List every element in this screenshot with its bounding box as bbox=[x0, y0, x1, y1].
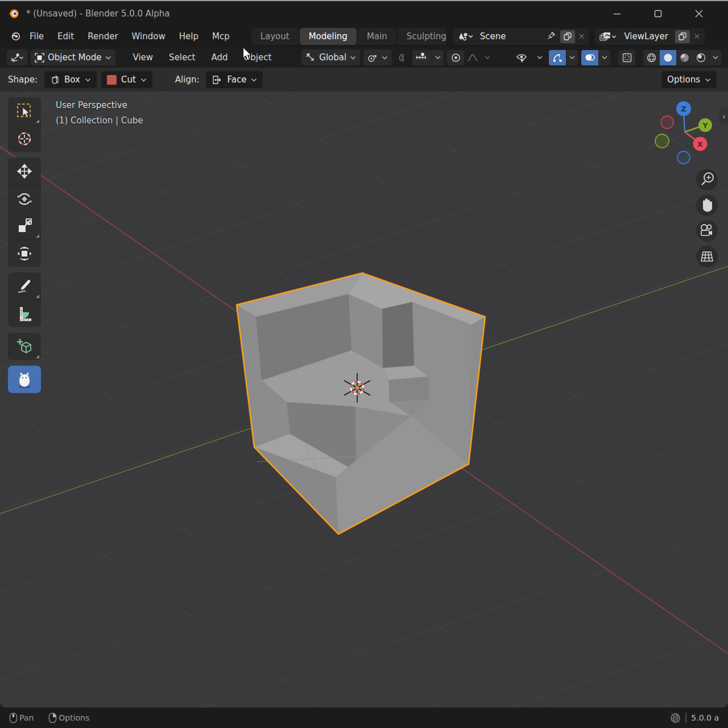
tab-layout[interactable]: Layout bbox=[251, 28, 299, 45]
cursor-tool-icon bbox=[16, 130, 33, 147]
magnet-icon bbox=[399, 53, 409, 63]
new-scene-button[interactable] bbox=[560, 30, 575, 43]
shading-dropdown[interactable] bbox=[710, 50, 721, 65]
view-name: User Perspective bbox=[56, 98, 143, 113]
maximize-button[interactable] bbox=[645, 5, 671, 22]
snap-with-button[interactable] bbox=[412, 50, 432, 65]
visibility-dropdown[interactable] bbox=[534, 50, 545, 65]
tool-options-dropdown[interactable]: Options bbox=[661, 71, 717, 88]
snap-toggle[interactable] bbox=[395, 50, 412, 65]
xray-toggle[interactable] bbox=[618, 50, 635, 65]
object-menu[interactable]: Object bbox=[237, 52, 278, 63]
shading-solid-button[interactable] bbox=[660, 50, 676, 65]
mode-dropdown[interactable]: Object Mode bbox=[31, 49, 115, 65]
proportional-icon bbox=[451, 53, 461, 63]
tool-select-box[interactable] bbox=[8, 97, 41, 125]
blender-logo-icon bbox=[8, 8, 19, 19]
pin-icon[interactable] bbox=[544, 31, 559, 42]
remove-viewlayer-button[interactable]: ✕ bbox=[691, 32, 705, 41]
mouse-right-icon bbox=[48, 712, 57, 723]
view-menu[interactable]: View bbox=[127, 52, 160, 63]
box-shape-icon bbox=[50, 75, 60, 85]
tool-add-cube[interactable] bbox=[8, 333, 41, 360]
cut-mode-dropdown[interactable]: Cut bbox=[101, 71, 152, 88]
active-object-path: (1) Collection | Cube bbox=[56, 113, 143, 129]
unlink-scene-button[interactable]: ✕ bbox=[576, 32, 590, 41]
falloff-dropdown[interactable] bbox=[482, 50, 493, 65]
scene-name[interactable]: Scene bbox=[475, 31, 544, 42]
perspective-toggle-button[interactable] bbox=[696, 246, 718, 267]
gizmo-y-neg-axis[interactable] bbox=[655, 134, 669, 148]
gizmo-z-neg-axis[interactable] bbox=[677, 151, 690, 164]
tab-main[interactable]: Main bbox=[358, 28, 396, 45]
proportional-editing-toggle[interactable] bbox=[447, 50, 464, 65]
tool-cursor[interactable] bbox=[8, 125, 41, 152]
minimize-button[interactable] bbox=[604, 5, 630, 22]
close-button[interactable] bbox=[686, 5, 712, 22]
duplicate-icon bbox=[564, 32, 572, 40]
gizmo-x-neg-axis[interactable] bbox=[661, 116, 673, 129]
tool-boxcutter[interactable] bbox=[8, 366, 41, 393]
gizmo-dropdown[interactable] bbox=[566, 50, 578, 65]
shape-dropdown[interactable]: Box bbox=[44, 71, 97, 88]
pivot-point-dropdown[interactable] bbox=[363, 49, 392, 65]
shading-material-button[interactable] bbox=[676, 50, 693, 65]
tool-scale[interactable] bbox=[8, 212, 41, 239]
cut-color-swatch bbox=[107, 75, 117, 85]
rotate-icon bbox=[16, 191, 33, 208]
overlays-dropdown[interactable] bbox=[599, 50, 610, 65]
cube-object[interactable] bbox=[237, 273, 485, 534]
tool-move[interactable] bbox=[8, 158, 41, 185]
solid-shading-icon bbox=[663, 53, 673, 63]
transform-orientation-dropdown[interactable]: Global bbox=[301, 49, 360, 65]
select-menu[interactable]: Select bbox=[163, 52, 201, 63]
menu-render[interactable]: Render bbox=[81, 28, 125, 44]
overlays-group bbox=[581, 50, 610, 65]
shading-wireframe-button[interactable] bbox=[643, 50, 660, 65]
navigation-gizmo[interactable]: Z Y X bbox=[655, 101, 712, 164]
menu-mcp[interactable]: Mcp bbox=[205, 28, 237, 44]
menu-window[interactable]: Window bbox=[125, 28, 172, 44]
shading-rendered-button[interactable] bbox=[693, 50, 709, 65]
chevron-down-icon bbox=[85, 78, 91, 82]
falloff-button[interactable] bbox=[464, 50, 481, 65]
tool-annotate[interactable] bbox=[8, 272, 41, 300]
status-bar: Pan Options 5.0.0 a bbox=[0, 708, 728, 728]
tool-transform[interactable] bbox=[8, 239, 41, 267]
viewport-canvas[interactable]: Z Y X bbox=[0, 92, 728, 708]
status-pan-hint: Pan bbox=[9, 712, 34, 723]
menu-help[interactable]: Help bbox=[172, 28, 205, 44]
camera-view-button[interactable] bbox=[696, 220, 718, 242]
tool-measure[interactable] bbox=[8, 300, 41, 327]
blender-menu-logo-icon[interactable] bbox=[10, 31, 20, 42]
align-dropdown[interactable]: Face bbox=[206, 71, 263, 88]
scene-browse-button[interactable] bbox=[453, 32, 475, 41]
move-icon bbox=[16, 163, 33, 180]
tool-rotate[interactable] bbox=[8, 185, 41, 212]
show-overlays-toggle[interactable] bbox=[581, 50, 598, 65]
chevron-down-icon bbox=[105, 56, 111, 60]
pivot-icon bbox=[367, 53, 378, 63]
chevron-down-icon bbox=[251, 78, 257, 82]
add-menu[interactable]: Add bbox=[205, 52, 234, 63]
show-object-types-button[interactable] bbox=[513, 50, 533, 65]
viewlayer-browse-button[interactable] bbox=[595, 32, 619, 42]
pan-button[interactable] bbox=[696, 195, 718, 216]
status-options-hint: Options bbox=[48, 712, 89, 723]
menu-edit[interactable]: Edit bbox=[51, 28, 81, 44]
menu-file[interactable]: File bbox=[23, 28, 51, 44]
snap-dropdown[interactable] bbox=[432, 50, 444, 65]
align-face-icon bbox=[212, 75, 222, 85]
cube-face-shelf-front bbox=[388, 377, 429, 402]
new-viewlayer-button[interactable] bbox=[675, 30, 690, 43]
viewport-3d[interactable]: Z Y X bbox=[0, 92, 728, 708]
editor-type-button[interactable] bbox=[7, 49, 27, 65]
shading-group bbox=[643, 50, 721, 65]
zoom-button[interactable] bbox=[696, 169, 718, 191]
sidebar-toggle[interactable]: ‹ bbox=[719, 107, 728, 125]
add-cube-icon bbox=[16, 338, 33, 355]
viewlayer-name[interactable]: ViewLayer bbox=[619, 31, 674, 42]
tab-modeling[interactable]: Modeling bbox=[300, 28, 357, 45]
tab-sculpting[interactable]: Sculpting bbox=[398, 28, 446, 45]
show-gizmo-toggle[interactable] bbox=[549, 50, 566, 65]
